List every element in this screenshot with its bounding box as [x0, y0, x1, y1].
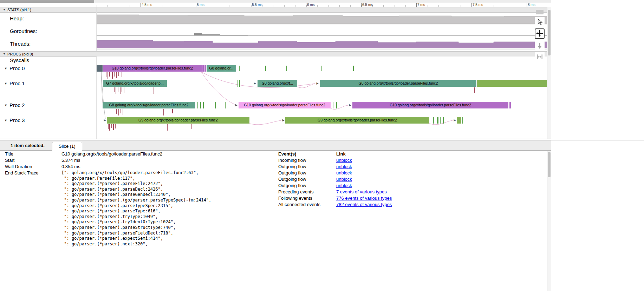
- instant-event-mark[interactable]: [106, 72, 106, 77]
- timing-tool-button[interactable]: [535, 52, 545, 61]
- slice-proc0-g8[interactable]: G8 golang.or...: [207, 65, 236, 72]
- instant-event-mark[interactable]: [215, 102, 216, 108]
- instant-event-mark[interactable]: [443, 117, 444, 124]
- instant-event-mark[interactable]: [437, 117, 438, 124]
- instant-event-mark[interactable]: [462, 117, 463, 124]
- instant-event-mark[interactable]: [239, 80, 240, 87]
- instant-event-mark[interactable]: [203, 102, 204, 108]
- flow-arrow-icon[interactable]: ▶: [453, 117, 456, 124]
- instant-event-mark[interactable]: [333, 102, 333, 108]
- instant-event-mark[interactable]: [121, 109, 121, 113]
- instant-event-mark[interactable]: [286, 66, 287, 71]
- timeline-tracks[interactable]: G10 golang.org/x/tools/go/loader.parseFi…: [97, 57, 547, 139]
- slice[interactable]: [202, 65, 204, 72]
- instant-event-mark[interactable]: [172, 109, 173, 113]
- slice[interactable]: [204, 65, 206, 72]
- slice-proc2-g10b[interactable]: G10 golang.org/x/tools/go/loader.parseFi…: [352, 102, 508, 108]
- proc0-row-label[interactable]: ▼ Proc 0: [4, 65, 25, 71]
- instant-event-mark[interactable]: [111, 124, 112, 128]
- instant-event-mark[interactable]: [265, 66, 266, 71]
- horizontal-scrollbar-thumb[interactable]: [0, 0, 94, 3]
- flow-arrow-icon[interactable]: ▶: [316, 80, 319, 87]
- instant-event-mark[interactable]: [114, 87, 115, 92]
- slice-proc3-g9b[interactable]: G9 golang.org/x/tools/go/loader.parseFil…: [285, 117, 429, 124]
- slice-proc3-g9a[interactable]: G9 golang.org/x/tools/go/loader.parseFil…: [107, 117, 249, 124]
- instant-event-mark[interactable]: [238, 80, 238, 87]
- instant-event-mark[interactable]: [115, 124, 116, 128]
- instant-event-mark[interactable]: [433, 117, 434, 124]
- instant-event-mark[interactable]: [116, 72, 117, 78]
- goroutines-counter-chart[interactable]: [97, 25, 547, 37]
- stats-section-header[interactable]: ▼ STATS (pid 1): [0, 7, 551, 13]
- instant-event-mark[interactable]: [191, 124, 192, 129]
- slice-proc2-g8[interactable]: G8 golang.org/x/tools/go/loader.parseFil…: [103, 102, 195, 108]
- event-row-link[interactable]: 782 events of various types: [336, 202, 392, 207]
- instant-event-mark[interactable]: [114, 72, 115, 77]
- event-row-link[interactable]: unblock: [336, 158, 352, 163]
- heap-counter-chart[interactable]: [97, 12, 547, 25]
- instant-event-mark[interactable]: [353, 66, 354, 71]
- timeline-horizontal-scrollbar[interactable]: [0, 0, 551, 3]
- time-ruler[interactable]: 4.5 ms 5 ms 5.5 ms 6 ms 6.5 ms 7 ms 7.5 …: [97, 3, 547, 7]
- selection-tool-button[interactable]: [535, 17, 545, 26]
- pan-tool-button[interactable]: [535, 28, 545, 39]
- vertical-scrollbar-thumb[interactable]: [548, 152, 551, 177]
- event-row-link[interactable]: unblock: [336, 177, 352, 182]
- proc1-row-label[interactable]: ▼ Proc 1: [4, 80, 25, 86]
- instant-event-mark[interactable]: [122, 72, 122, 77]
- mini-scrollbar-thumb[interactable]: [536, 10, 544, 14]
- instant-event-mark[interactable]: [109, 124, 110, 131]
- instant-event-mark[interactable]: [124, 87, 124, 93]
- instant-event-mark[interactable]: [474, 87, 475, 93]
- instant-event-mark[interactable]: [154, 87, 154, 94]
- flow-arrow-icon[interactable]: ▶: [349, 102, 352, 108]
- instant-event-mark[interactable]: [225, 102, 226, 108]
- instant-event-mark[interactable]: [116, 109, 117, 114]
- instant-event-mark[interactable]: [113, 124, 114, 130]
- event-row-link[interactable]: unblock: [336, 183, 352, 188]
- event-row-link[interactable]: unblock: [336, 164, 352, 169]
- instant-event-mark[interactable]: [118, 72, 119, 76]
- instant-event-mark[interactable]: [163, 109, 164, 115]
- flow-arrow-icon[interactable]: ▶: [282, 117, 285, 124]
- instant-event-mark[interactable]: [122, 87, 122, 92]
- slice[interactable]: [457, 117, 461, 124]
- instant-event-mark[interactable]: [112, 72, 113, 79]
- instant-event-mark[interactable]: [120, 87, 121, 94]
- instant-event-mark[interactable]: [116, 87, 116, 94]
- instant-event-mark[interactable]: [108, 72, 108, 79]
- procs-section-header[interactable]: ▼ PROCS (pid 0): [0, 51, 551, 57]
- proc2-row-label[interactable]: ▼ Proc 2: [4, 102, 25, 108]
- instant-event-mark[interactable]: [123, 109, 123, 115]
- instant-event-mark[interactable]: [336, 102, 337, 108]
- instant-event-mark[interactable]: [440, 117, 441, 124]
- event-row-link[interactable]: 7 events of various types: [336, 189, 387, 194]
- instant-event-mark[interactable]: [108, 124, 109, 129]
- vertical-scrollbar-thumb[interactable]: [548, 10, 551, 55]
- slice-proc2-g10a[interactable]: G10 golang.org/x/tools/go/loader.parseFi…: [239, 102, 331, 108]
- instant-event-mark[interactable]: [118, 109, 119, 115]
- timeline-vertical-scrollbar[interactable]: [547, 7, 551, 139]
- instant-event-mark[interactable]: [118, 87, 118, 92]
- zoom-tool-button[interactable]: [535, 41, 545, 50]
- panel-vertical-scrollbar[interactable]: [547, 151, 551, 291]
- instant-event-mark[interactable]: [167, 124, 168, 131]
- slice-proc0-g10[interactable]: G10 golang.org/x/tools/go/loader.parseFi…: [103, 65, 202, 72]
- event-row-link[interactable]: 776 events of various types: [336, 196, 392, 201]
- threads-counter-chart[interactable]: [97, 37, 547, 49]
- proc3-row-label[interactable]: ▼ Proc 3: [4, 117, 25, 123]
- flow-arrow-icon[interactable]: ▶: [103, 117, 106, 124]
- slice[interactable]: [477, 80, 547, 87]
- instant-event-mark[interactable]: [239, 66, 240, 71]
- instant-event-mark[interactable]: [321, 66, 322, 71]
- slice-proc1-g8a[interactable]: G8 golang.org/x/t...: [258, 80, 297, 87]
- flow-arrow-icon[interactable]: ▶: [235, 102, 238, 108]
- instant-event-mark[interactable]: [200, 102, 201, 108]
- slice-proc1-g8b[interactable]: G8 golang.org/x/tools/go/loader.parseFil…: [320, 80, 476, 87]
- tab-slice[interactable]: Slice (1): [52, 142, 82, 151]
- event-row-link[interactable]: unblock: [336, 170, 352, 176]
- slice[interactable]: [97, 65, 103, 72]
- instant-event-mark[interactable]: [109, 72, 110, 77]
- instant-event-mark[interactable]: [197, 102, 198, 108]
- slice-proc1-g7[interactable]: G7 golang.org/x/tools/go/loader.p...: [103, 80, 167, 87]
